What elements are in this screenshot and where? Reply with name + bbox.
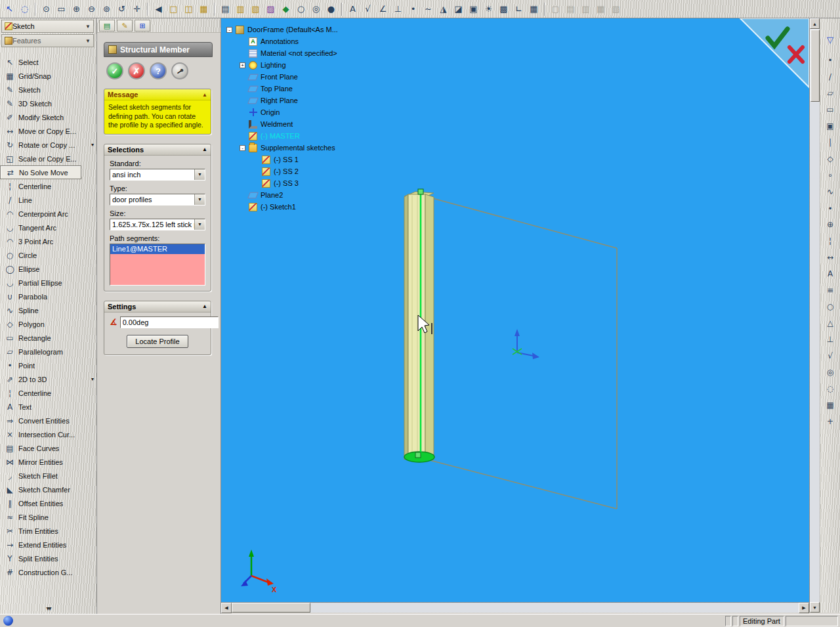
help-button[interactable] xyxy=(150,62,167,79)
tool-item[interactable]: ⇗ 2D to 3D xyxy=(0,372,96,386)
toolbar-button[interactable]: ∿ xyxy=(823,185,837,198)
cancel-button[interactable] xyxy=(128,62,145,79)
rotation-angle-input[interactable] xyxy=(120,316,219,328)
tree-expander[interactable] xyxy=(226,27,232,33)
tool-item[interactable]: ¦ Centerline xyxy=(0,179,96,193)
tool-item[interactable]: ○ Circle xyxy=(0,248,96,262)
toolbar-button[interactable]: ¦ xyxy=(823,234,837,248)
locate-profile-button[interactable]: Locate Profile xyxy=(127,335,188,348)
horizontal-scrollbar[interactable]: ◀ ▶ xyxy=(221,602,809,613)
toolbar-button[interactable]: ≡ xyxy=(823,284,837,297)
tree-item[interactable]: (-) Sketch1 xyxy=(226,201,397,213)
tree-item[interactable]: (-) SS 1 xyxy=(226,154,397,165)
toolbar-button[interactable]: ▤ xyxy=(218,1,233,16)
toolbar-button[interactable]: ▣ xyxy=(823,119,837,133)
sketch-outline[interactable] xyxy=(425,196,617,509)
toolbar-button[interactable]: ◪ xyxy=(451,1,466,16)
features-toolbar-selector[interactable]: Features xyxy=(1,34,94,47)
tool-item[interactable]: ✐ Modify Sketch xyxy=(0,110,96,124)
toolbar-button[interactable]: / xyxy=(823,70,837,83)
ok-button[interactable] xyxy=(106,62,123,79)
tree-item[interactable]: Plane2 xyxy=(226,189,397,201)
vertical-scrollbar[interactable]: ▲ ▼ xyxy=(809,18,820,613)
tree-item[interactable]: (-) MASTER xyxy=(226,130,397,142)
tree-item[interactable]: Supplemental sketches xyxy=(226,142,397,154)
toolbar-button[interactable]: ○ xyxy=(823,300,837,313)
scroll-up-icon[interactable]: ▲ xyxy=(810,18,820,29)
toolbar-button[interactable]: ⊕ xyxy=(69,1,84,16)
tool-item[interactable]: ✂ Trim Entities xyxy=(0,524,96,538)
scroll-left-icon[interactable]: ◀ xyxy=(221,603,232,613)
tool-item[interactable]: / Line xyxy=(0,193,96,207)
toolbar-button[interactable]: ∟ xyxy=(511,1,526,16)
toolbar-button[interactable]: | xyxy=(823,136,837,149)
toolbar-button[interactable]: √ xyxy=(823,349,837,362)
toolbar-button[interactable]: ▥ xyxy=(233,1,248,16)
status-sphere-icon[interactable] xyxy=(3,616,13,626)
toolbar-button[interactable]: ▣ xyxy=(466,1,481,16)
settings-group-header[interactable]: Settings xyxy=(104,301,211,313)
toolbar-button[interactable]: √ xyxy=(360,1,375,16)
tool-item[interactable]: ↻ Rotate or Copy ... xyxy=(0,138,96,152)
tool-item[interactable]: ✎ 3D Sketch xyxy=(0,97,96,110)
scroll-track[interactable] xyxy=(310,603,799,613)
path-segment-item[interactable]: Line1@MASTER xyxy=(110,244,205,254)
tool-item[interactable]: Y Split Entities xyxy=(0,551,96,565)
tool-item[interactable]: ◡ Partial Ellipse xyxy=(0,276,96,290)
tool-item[interactable]: ⇄ No Solve Move xyxy=(0,165,81,179)
scroll-right-icon[interactable]: ▶ xyxy=(799,603,809,613)
tool-item[interactable]: ▦ Grid/Snap xyxy=(0,69,96,83)
tree-item[interactable]: Right Plane xyxy=(226,95,397,106)
tool-item[interactable]: ◱ Scale or Copy E... xyxy=(0,152,96,165)
toolbar-button[interactable]: ▭ xyxy=(54,1,69,16)
toolbar-button[interactable]: ▩ xyxy=(496,1,511,16)
tool-item[interactable]: ∪ Parabola xyxy=(0,290,96,303)
sketch-toolbar-selector[interactable]: Sketch xyxy=(1,20,94,33)
tree-item[interactable]: Top Plane xyxy=(226,83,397,95)
selections-group-header[interactable]: Selections xyxy=(104,144,211,156)
tool-item[interactable]: × Intersection Cur... xyxy=(0,427,96,441)
toolbar-button[interactable]: A xyxy=(345,1,360,16)
toolbar-button[interactable]: ⊥ xyxy=(390,1,406,16)
panel-tab[interactable]: ⊞ xyxy=(135,20,150,32)
tree-item[interactable]: Weldment xyxy=(226,118,397,130)
toolbar-button[interactable]: ✛ xyxy=(129,1,144,16)
tool-item[interactable]: ◯ Ellipse xyxy=(0,262,96,276)
pin-button[interactable] xyxy=(171,62,188,79)
scroll-down-icon[interactable]: ▼ xyxy=(810,602,820,613)
toolbar-button[interactable]: ∠ xyxy=(375,1,390,16)
toolbar-button[interactable]: ⊥ xyxy=(823,333,837,346)
message-group-header[interactable]: Message xyxy=(104,89,211,100)
toolbar-button[interactable]: ● xyxy=(324,1,339,16)
toolbar-button[interactable]: ~ xyxy=(421,1,436,16)
toolbar-button[interactable]: ◌ xyxy=(17,1,32,16)
tool-item[interactable]: ≈ Fit Spline xyxy=(0,510,96,524)
tool-item[interactable]: ◡ Tangent Arc xyxy=(0,221,96,234)
tree-item[interactable]: Front Plane xyxy=(226,71,397,83)
tool-item[interactable]: ⇒ Convert Entities xyxy=(0,414,96,427)
tool-item[interactable]: ▤ Face Curves xyxy=(0,441,96,455)
toolbar-button[interactable]: • xyxy=(406,1,421,16)
toolbar-button[interactable]: ↖ xyxy=(2,1,17,16)
toolbar-button[interactable]: • xyxy=(823,54,837,67)
tool-item[interactable]: ¦ Centerline xyxy=(0,386,96,400)
selection-filter-toggle-icon[interactable]: ▽ xyxy=(823,33,837,46)
endpoint-handle[interactable] xyxy=(418,189,423,194)
toolbar-button[interactable]: ▱ xyxy=(823,87,837,100)
graphics-viewport[interactable]: X xyxy=(221,18,809,602)
toolbar-button[interactable]: ◇ xyxy=(823,152,837,165)
standard-dropdown[interactable]: ansi inch xyxy=(110,169,205,181)
tree-item[interactable]: Origin xyxy=(226,106,397,118)
toolbar-button[interactable]: ↔ xyxy=(823,251,837,264)
toolbar-button[interactable]: ⊙ xyxy=(39,1,54,16)
toolbar-button[interactable]: ▧ xyxy=(248,1,263,16)
tool-item[interactable]: → Extend Entities xyxy=(0,538,96,551)
tree-item[interactable]: (-) SS 2 xyxy=(226,165,397,177)
toolbar-button[interactable]: ◫ xyxy=(181,1,196,16)
toolbar-button[interactable]: △ xyxy=(823,316,837,330)
toolbar-button[interactable]: A xyxy=(823,267,837,280)
toolbar-button[interactable]: ⊖ xyxy=(84,1,99,16)
toolbar-button[interactable]: ◀ xyxy=(151,1,166,16)
toolbar-button[interactable]: ▭ xyxy=(823,103,837,116)
tree-item[interactable]: Annotations xyxy=(226,35,397,47)
